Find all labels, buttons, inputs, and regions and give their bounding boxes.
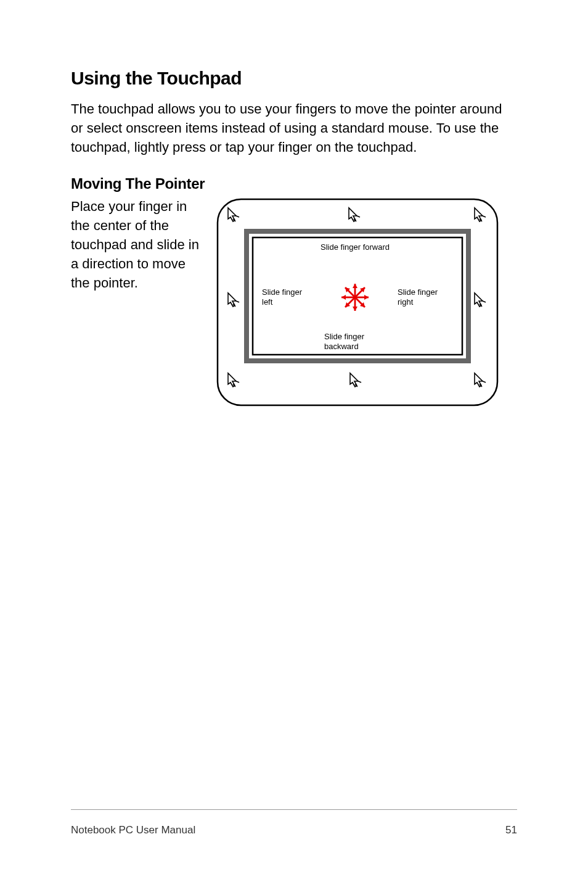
- footer-left: Notebook PC User Manual: [71, 824, 195, 836]
- svg-marker-11: [353, 284, 357, 288]
- label-left-1: Slide finger: [262, 287, 303, 297]
- svg-marker-14: [364, 295, 369, 300]
- label-backward-2: backward: [324, 342, 359, 351]
- label-forward: Slide finger forward: [321, 242, 390, 252]
- svg-marker-12: [353, 307, 357, 311]
- cursor-icon: [475, 208, 486, 221]
- touchpad-diagram: Slide finger forward Slide finger left S…: [216, 197, 517, 410]
- cursor-icon: [475, 373, 486, 387]
- label-right-2: right: [398, 297, 414, 307]
- direction-arrows-icon: [341, 284, 369, 311]
- cursor-icon: [228, 293, 239, 307]
- label-backward-1: Slide finger: [324, 332, 365, 341]
- side-instruction: Place your finger in the center of the t…: [71, 197, 203, 410]
- cursor-icon: [228, 373, 239, 387]
- label-left-2: left: [262, 297, 273, 307]
- cursor-icon: [228, 208, 239, 221]
- subheading: Moving The Pointer: [71, 175, 517, 192]
- svg-marker-13: [341, 295, 346, 300]
- intro-paragraph: The touchpad allows you to use your fing…: [71, 100, 517, 157]
- page-number: 51: [505, 824, 517, 836]
- page-heading: Using the Touchpad: [71, 68, 517, 89]
- cursor-icon: [349, 208, 360, 221]
- cursor-icon: [475, 293, 486, 307]
- label-right-1: Slide finger: [398, 287, 438, 297]
- cursor-icon: [350, 373, 361, 387]
- footer-divider: [71, 809, 517, 810]
